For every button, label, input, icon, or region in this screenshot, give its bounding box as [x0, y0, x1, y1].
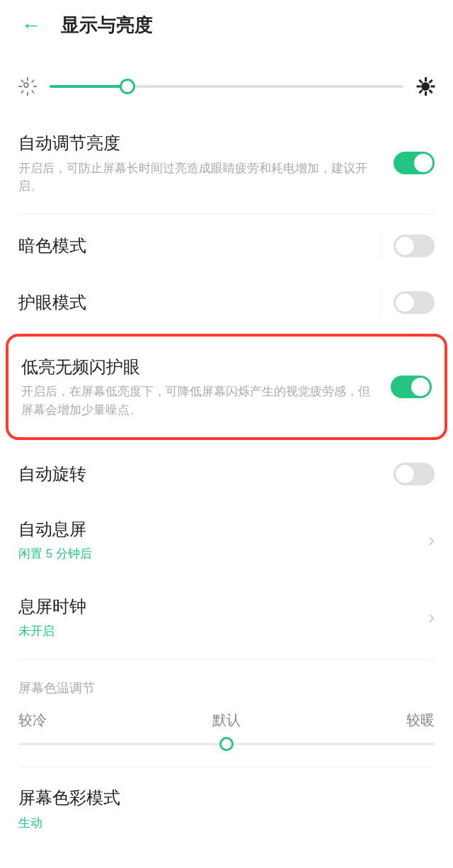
- toggle-low-flicker[interactable]: [391, 376, 432, 398]
- chevron-right-icon: ›: [428, 607, 435, 627]
- row-title: 低亮无频闪护眼: [21, 355, 378, 379]
- divider: [18, 443, 435, 444]
- temp-label-default: 默认: [212, 711, 241, 730]
- row-title: 屏幕色彩模式: [18, 786, 435, 810]
- color-temp-slider-wrap: 较冷 默认 较暖: [0, 704, 453, 764]
- brightness-high-icon: [416, 77, 435, 96]
- divider: [18, 659, 435, 660]
- row-dark-mode[interactable]: 暗色模式: [0, 218, 453, 274]
- temp-label-cold: 较冷: [18, 711, 47, 730]
- row-subtitle: 闲置 5 分钟后: [18, 545, 415, 563]
- row-title: 自动旋转: [18, 462, 381, 486]
- section-color-temp: 屏幕色温调节: [0, 663, 453, 704]
- color-temp-slider[interactable]: [18, 735, 435, 753]
- temp-label-warm: 较暖: [406, 711, 435, 730]
- brightness-low-icon: [18, 77, 37, 96]
- row-title: 息屏时钟: [18, 594, 415, 619]
- chevron-right-icon: ›: [428, 530, 435, 550]
- row-subtitle: 开启后，可防止屏幕长时间过亮造成眼睛疲劳和耗电增加，建议开启。: [18, 159, 381, 196]
- toggle-eye-care[interactable]: [394, 291, 435, 314]
- row-title: 自动调节亮度: [18, 131, 381, 155]
- row-color-mode[interactable]: 屏幕色彩模式 生动: [0, 770, 453, 847]
- row-auto-brightness: 自动调节亮度 开启后，可防止屏幕长时间过亮造成眼睛疲劳和耗电增加，建议开启。: [0, 115, 453, 211]
- row-auto-lock[interactable]: 自动息屏 闲置 5 分钟后 ›: [0, 502, 453, 579]
- divider: [18, 767, 435, 767]
- brightness-slider-row: [0, 50, 453, 115]
- row-low-flicker: 低亮无频闪护眼 开启后，在屏幕低亮度下，可降低屏幕闪烁产生的视觉疲劳感，但屏幕会…: [8, 339, 445, 435]
- row-subtitle: 未开启: [18, 622, 415, 641]
- row-title: 自动息屏: [18, 517, 415, 541]
- divider: [18, 214, 435, 215]
- toggle-auto-brightness[interactable]: [394, 152, 435, 174]
- row-title: 暗色模式: [18, 234, 367, 258]
- brightness-slider[interactable]: [50, 78, 403, 95]
- row-subtitle: 生动: [18, 814, 435, 833]
- back-arrow-icon[interactable]: ←: [21, 16, 41, 35]
- highlight-box: 低亮无频闪护眼 开启后，在屏幕低亮度下，可降低屏幕闪烁产生的视觉疲劳感，但屏幕会…: [6, 334, 447, 441]
- header: ← 显示与亮度: [0, 0, 453, 50]
- toggle-dark-mode[interactable]: [394, 235, 435, 257]
- row-auto-rotate: 自动旋转: [0, 446, 453, 502]
- toggle-auto-rotate[interactable]: [394, 463, 435, 485]
- page-title: 显示与亮度: [61, 13, 153, 38]
- row-title: 护眼模式: [18, 291, 367, 315]
- row-aod-clock[interactable]: 息屏时钟 未开启 ›: [0, 579, 453, 656]
- row-eye-care[interactable]: 护眼模式: [0, 274, 453, 331]
- row-subtitle: 开启后，在屏幕低亮度下，可降低屏幕闪烁产生的视觉疲劳感，但屏幕会增加少量噪点。: [21, 383, 378, 419]
